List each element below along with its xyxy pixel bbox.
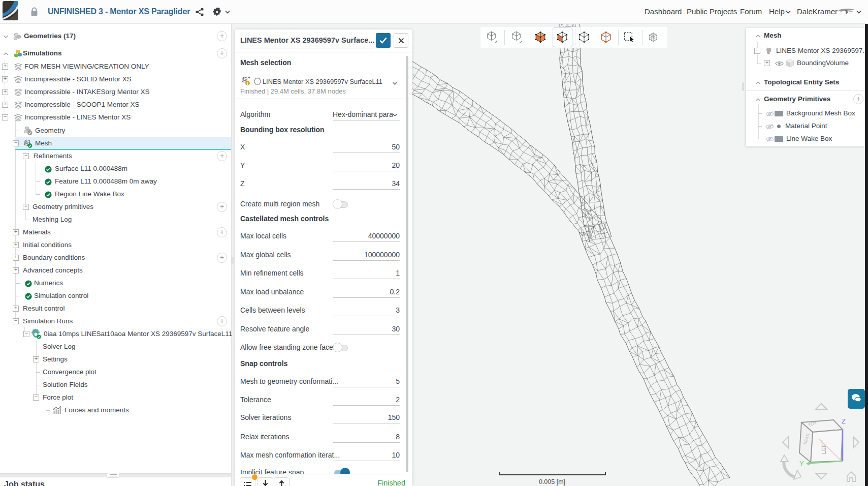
svg-text:Y: Y [799,460,804,467]
svg-text:0.005 [m]: 0.005 [m] [539,478,565,485]
svg-text:LEFT: LEFT [821,440,827,454]
svg-text:Z: Z [842,417,846,425]
svg-text:!: ! [247,81,248,86]
